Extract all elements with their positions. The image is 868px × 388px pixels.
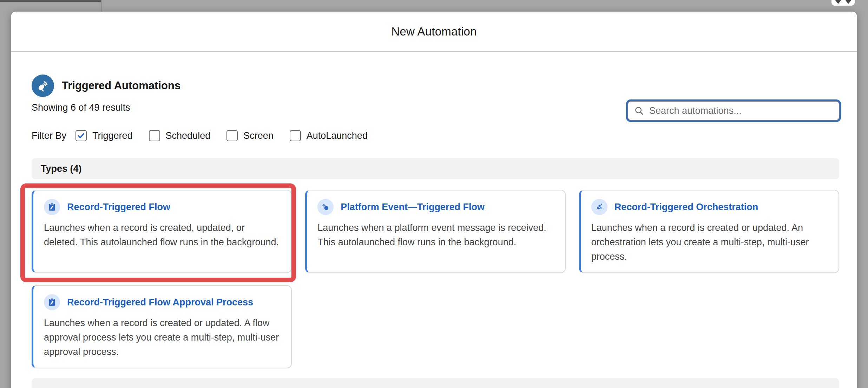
card-platform-event-triggered-flow[interactable]: Platform Event—Triggered Flow Launches w… bbox=[305, 190, 565, 273]
browser-tab-top-edge bbox=[0, 0, 101, 2]
types-section-title: Types (4) bbox=[41, 163, 82, 174]
browser-tab-divider bbox=[101, 0, 102, 12]
card-record-triggered-flow[interactable]: Record-Triggered Flow Launches when a re… bbox=[32, 190, 292, 273]
card-title: Record-Triggered Orchestration bbox=[614, 202, 758, 213]
filter-option-scheduled[interactable]: Scheduled bbox=[149, 130, 211, 141]
card-record-triggered-orchestration[interactable]: Record-Triggered Orchestration Launches … bbox=[579, 190, 839, 273]
modal-title: New Automation bbox=[391, 25, 476, 38]
card-title-row: Record-Triggered Flow Approval Process bbox=[44, 294, 281, 310]
scheduled-checkbox[interactable] bbox=[149, 130, 160, 141]
card-title-row: Record-Triggered Orchestration bbox=[591, 199, 828, 215]
check-icon bbox=[77, 131, 85, 140]
filter-by-label: Filter By bbox=[32, 130, 66, 141]
filter-option-label: AutoLaunched bbox=[307, 130, 368, 141]
new-automation-modal: New Automation Triggered Automations Sho… bbox=[11, 12, 857, 388]
screen-checkbox[interactable] bbox=[226, 130, 238, 141]
search-input[interactable] bbox=[649, 105, 833, 116]
card-title: Platform Event—Triggered Flow bbox=[341, 202, 485, 213]
card-title-row: Platform Event—Triggered Flow bbox=[317, 199, 554, 215]
types-section-bar: Types (4) bbox=[32, 158, 839, 179]
card-description: Launches when a record is created or upd… bbox=[591, 221, 828, 264]
filter-option-label: Scheduled bbox=[166, 130, 211, 141]
chevron-down-icon bbox=[846, 0, 851, 4]
filter-option-label: Triggered bbox=[92, 130, 133, 141]
search-icon bbox=[634, 105, 644, 116]
record-triggered-flow-icon bbox=[44, 199, 60, 215]
filter-option-screen[interactable]: Screen bbox=[226, 130, 274, 141]
autolaunched-checkbox[interactable] bbox=[290, 130, 301, 141]
card-title-row: Record-Triggered Flow bbox=[44, 199, 281, 215]
panel-heading: Triggered Automations bbox=[32, 75, 839, 97]
modal-body: Triggered Automations Showing 6 of 49 re… bbox=[11, 75, 857, 388]
chevron-down-icon bbox=[835, 0, 841, 4]
card-description: Launches when a record is created or upd… bbox=[44, 316, 281, 359]
automation-cards-grid: Record-Triggered Flow Launches when a re… bbox=[32, 190, 839, 368]
panel-title: Triggered Automations bbox=[62, 79, 180, 92]
filter-row: Filter By Triggered Scheduled bbox=[32, 129, 839, 142]
card-description: Launches when a record is created, updat… bbox=[44, 221, 281, 250]
browser-controls-button[interactable] bbox=[831, 0, 855, 6]
filter-option-autolaunched[interactable]: AutoLaunched bbox=[290, 130, 368, 141]
platform-event-flow-icon bbox=[317, 199, 334, 215]
card-description: Launches when a platform event message i… bbox=[317, 221, 554, 250]
triggered-checkbox[interactable] bbox=[75, 130, 87, 141]
triggered-automations-icon bbox=[32, 75, 54, 97]
filter-option-label: Screen bbox=[243, 130, 274, 141]
orchestration-icon bbox=[591, 199, 607, 215]
card-record-triggered-flow-approval-process[interactable]: Record-Triggered Flow Approval Process L… bbox=[32, 285, 292, 368]
filter-option-triggered[interactable]: Triggered bbox=[75, 130, 133, 141]
modal-header: New Automation bbox=[11, 12, 857, 52]
card-title: Record-Triggered Flow bbox=[67, 202, 170, 213]
record-triggered-flow-icon bbox=[44, 294, 60, 310]
next-section-bar bbox=[32, 378, 839, 388]
search-box[interactable] bbox=[627, 101, 840, 121]
card-title: Record-Triggered Flow Approval Process bbox=[67, 297, 253, 308]
